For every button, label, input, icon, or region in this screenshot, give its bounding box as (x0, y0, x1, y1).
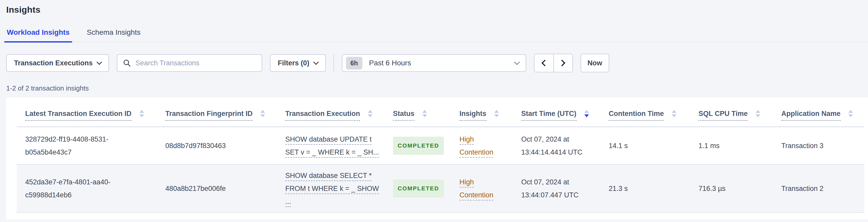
column-header-fingerprint-id[interactable]: Transaction Fingerprint ID (165, 109, 285, 127)
chevron-left-icon (541, 60, 548, 66)
filters-dropdown[interactable]: Filters (0) (270, 54, 326, 72)
results-count: 1-2 of 2 transaction insights (6, 84, 868, 92)
column-header-application-name[interactable]: Application Name (781, 109, 864, 127)
column-header-insights[interactable]: Insights (459, 109, 521, 127)
controls-bar: Transaction Executions Filters (0) 6h Pa… (6, 54, 868, 72)
cell-contention-time: 21.3 s (609, 182, 699, 195)
column-header-transaction-execution[interactable]: Transaction Execution (285, 109, 393, 127)
cell-sql-cpu-time: 1.1 ms (699, 139, 781, 152)
sort-icon[interactable] (422, 110, 427, 117)
status-badge: COMPLETED (393, 180, 444, 198)
cell-execution-id: 452da3e7-e7fa-4801-aa40-c59988d14eb6 (25, 176, 165, 201)
insight-link[interactable]: High Contention (459, 176, 501, 201)
column-header-sql-cpu-time[interactable]: SQL CPU Time (699, 109, 781, 127)
sort-icon[interactable] (368, 110, 372, 117)
table-row: 328729d2-ff19-4408-8531-b05a5b4e43c7 08d… (17, 127, 864, 165)
column-header-contention-time[interactable]: Contention Time (609, 109, 699, 127)
cell-sql-cpu-time: 716.3 µs (699, 182, 781, 195)
time-prev-button[interactable] (534, 54, 553, 72)
cell-execution-id: 328729d2-ff19-4408-8531-b05a5b4e43c7 (25, 133, 165, 159)
search-box[interactable] (117, 54, 262, 72)
cell-start-time: Oct 07, 2024 at 13:44:07.447 UTC (521, 176, 609, 201)
now-button[interactable]: Now (581, 54, 609, 72)
time-range-picker[interactable]: 6h Past 6 Hours (342, 54, 526, 72)
status-badge: COMPLETED (393, 137, 444, 155)
time-range-badge: 6h (346, 57, 362, 69)
sort-icon-active-desc[interactable] (584, 110, 589, 117)
sort-icon[interactable] (672, 110, 676, 117)
filters-dropdown-label: Filters (0) (278, 59, 309, 67)
chevron-down-icon (514, 59, 520, 65)
sort-icon[interactable] (140, 110, 144, 117)
time-nav-group (534, 54, 573, 72)
cell-fingerprint-id: 08d8b7d97f830463 (165, 139, 285, 152)
execution-type-dropdown-label: Transaction Executions (14, 59, 93, 67)
page-title: Insights (6, 5, 868, 15)
sort-icon[interactable] (260, 110, 265, 117)
insights-table-card: Latest Transaction Execution ID Transact… (6, 97, 868, 219)
chevron-down-icon (97, 59, 102, 65)
search-icon (123, 59, 131, 67)
cell-contention-time: 14.1 s (609, 139, 699, 152)
time-range-label: Past 6 Hours (369, 59, 508, 67)
cell-application-name: Transaction 2 (781, 182, 864, 195)
cell-application-name: Transaction 3 (781, 139, 864, 152)
execution-type-dropdown[interactable]: Transaction Executions (6, 54, 109, 72)
time-next-button[interactable] (553, 54, 572, 72)
sort-icon[interactable] (848, 110, 853, 117)
column-header-latest-execution-id[interactable]: Latest Transaction Execution ID (25, 109, 165, 127)
chevron-right-icon (559, 60, 565, 66)
tab-workload-insights[interactable]: Workload Insights (6, 28, 70, 42)
column-header-status[interactable]: Status (393, 109, 459, 127)
transaction-execution-link[interactable]: SHOW database SELECT * FROM t WHERE k = … (285, 172, 379, 205)
column-header-start-time[interactable]: Start Time (UTC) (521, 109, 609, 127)
sort-icon[interactable] (755, 110, 760, 117)
search-input[interactable] (135, 59, 256, 67)
chevron-down-icon (313, 59, 319, 65)
transaction-execution-link[interactable]: SHOW database UPDATE t SET v = _ WHERE k… (285, 135, 379, 156)
table-header-row: Latest Transaction Execution ID Transact… (17, 97, 864, 127)
controls-divider (334, 55, 334, 71)
table-row: 452da3e7-e7fa-4801-aa40-c59988d14eb6 480… (17, 165, 864, 213)
sort-icon[interactable] (494, 110, 499, 117)
insight-link[interactable]: High Contention (459, 133, 501, 159)
cell-start-time: Oct 07, 2024 at 13:44:14.4414 UTC (521, 133, 609, 159)
cell-fingerprint-id: 480a8b217be006fe (165, 182, 285, 195)
now-button-label: Now (587, 59, 602, 67)
tab-schema-insights[interactable]: Schema Insights (86, 28, 141, 42)
insights-tabs: Workload Insights Schema Insights (6, 28, 868, 42)
